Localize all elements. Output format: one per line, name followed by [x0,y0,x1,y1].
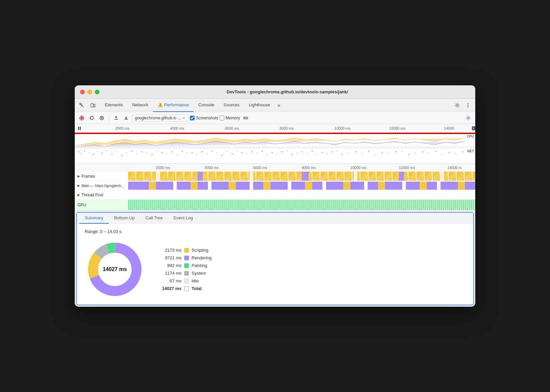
svg-rect-13 [246,118,247,118]
svg-rect-34 [152,154,153,155]
main-tracks: 2000 ms 4000 ms 6000 ms 8000 ms 10000 ms… [75,164,475,211]
svg-rect-128 [385,182,402,190]
svg-rect-69 [327,153,327,154]
memory-checkbox[interactable] [220,116,224,120]
svg-rect-83 [415,153,416,153]
tracks-ruler: 2000 ms 4000 ms 6000 ms 8000 ms 10000 ms… [75,164,475,172]
window-title: DevTools - googlechrome.github.io/devtoo… [105,89,470,94]
tab-performance[interactable]: ⚠️ Performance [153,99,194,112]
svg-rect-21 [89,152,89,153]
svg-rect-86 [435,151,436,152]
tab-bottom-up[interactable]: Bottom-Up [109,213,140,224]
memory-icon-btn[interactable] [241,114,250,122]
svg-rect-55 [257,153,257,153]
inspect-icon[interactable] [77,101,87,110]
maximize-button[interactable] [95,90,99,94]
rendering-label: Rendering [192,255,212,260]
svg-rect-43 [197,154,197,155]
svg-rect-44 [202,151,203,152]
clear-button[interactable] [97,114,106,122]
svg-rect-134 [441,182,458,190]
thread-pool-arrow[interactable]: ▶ [77,193,80,197]
painting-label: Painting [192,263,207,268]
net-label: NET [467,149,474,153]
tab-network[interactable]: Network [127,99,153,112]
svg-rect-38 [172,151,173,152]
tab-event-log[interactable]: Event Log [168,213,199,224]
svg-rect-109 [208,182,211,190]
upload-button[interactable] [112,114,120,122]
nav-icons [77,101,97,110]
main-bars-svg [128,181,475,190]
warning-icon: ⚠️ [158,102,163,107]
svg-rect-68 [322,152,323,153]
svg-rect-126 [368,182,378,190]
svg-rect-57 [267,155,267,155]
svg-rect-97 [250,172,253,181]
svg-rect-41 [187,153,187,153]
cpu-label: CPU [467,135,474,138]
svg-rect-85 [429,153,429,154]
svg-rect-49 [227,151,227,152]
tab-console[interactable]: Console [194,99,219,112]
svg-rect-12 [245,118,246,118]
url-filter-field[interactable]: googlechrome.github.io ... [132,115,189,121]
svg-rect-32 [142,151,143,152]
pause-btn[interactable] [75,126,84,130]
tab-elements[interactable]: Elements [100,99,127,112]
svg-rect-131 [420,182,427,190]
more-options-icon[interactable] [463,101,473,110]
gpu-content [128,200,475,210]
close-button[interactable] [80,90,85,94]
tab-call-tree[interactable]: Call Tree [140,213,168,224]
legend-row-system: 1174 ms System [158,271,212,276]
svg-rect-27 [116,151,117,152]
svg-rect-30 [131,151,132,152]
svg-rect-124 [350,182,364,190]
svg-rect-15 [78,127,79,130]
svg-rect-90 [462,151,463,152]
frames-arrow[interactable]: ▶ [77,174,80,178]
performance-toolbar: googlechrome.github.io ... Screenshots M… [75,112,475,124]
frames-content [128,172,475,181]
devtools-window: DevTools - googlechrome.github.io/devtoo… [75,85,475,307]
device-toolbar-icon[interactable] [88,101,97,110]
scripting-label: Scripting [192,248,209,253]
svg-rect-75 [362,153,362,154]
legend-row-rendering: 9721 ms Rendering [158,255,212,260]
tab-lighthouse[interactable]: Lighthouse [244,99,275,112]
ruler-mark-2000: 2000 ms [115,126,129,130]
record-button[interactable] [77,114,86,122]
svg-rect-52 [242,152,243,153]
legend-row-total: 14027 ms Total [158,286,212,291]
main-content [128,181,475,190]
settings-icon[interactable] [453,101,462,110]
reload-button[interactable] [87,114,96,122]
tr-14000: 14000 m [448,166,462,170]
memory-checkbox-label[interactable]: Memory [220,116,240,120]
svg-rect-62 [292,154,293,155]
svg-rect-112 [236,182,250,190]
svg-rect-53 [247,154,247,155]
svg-point-14 [468,117,469,119]
svg-rect-120 [312,182,322,190]
download-button[interactable] [122,114,130,122]
rendering-swatch [184,256,189,260]
main-arrow[interactable]: ▶ [77,184,80,187]
screenshots-checkbox[interactable] [190,116,195,120]
svg-rect-96 [198,172,203,181]
tab-sources[interactable]: Sources [219,99,244,112]
timeline-ruler-row: 2000 ms 4000 ms 6000 ms 8000 ms 10000 ms… [75,124,475,133]
svg-rect-18 [78,151,79,152]
svg-rect-22 [93,154,94,155]
svg-rect-87 [442,155,443,155]
tr-8000: 8000 ms [302,166,316,170]
svg-rect-36 [162,152,163,153]
more-tabs-button[interactable]: » [275,99,283,112]
minimize-button[interactable] [87,90,92,94]
settings-gear-icon[interactable] [464,114,473,122]
nav-right-icons [453,101,473,110]
screenshots-checkbox-label[interactable]: Screenshots [190,116,218,120]
tab-summary[interactable]: Summary [79,213,109,224]
svg-rect-113 [250,182,253,190]
